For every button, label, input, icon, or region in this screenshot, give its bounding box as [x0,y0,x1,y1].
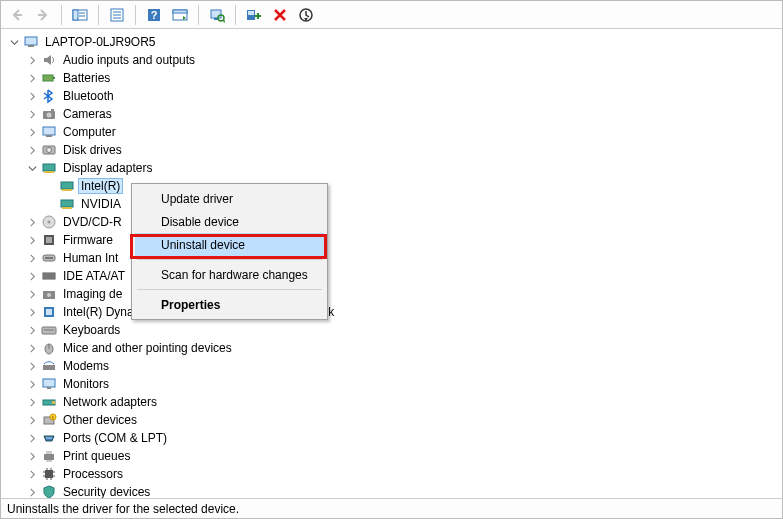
category-label[interactable]: DVD/CD-R [60,214,125,230]
category-label[interactable]: Firmware [60,232,116,248]
menu-update-driver[interactable]: Update driver [135,187,324,210]
chevron-down-icon[interactable] [7,35,21,49]
category-icon [41,214,57,230]
forward-button[interactable] [31,3,55,27]
tree-category[interactable]: Mice and other pointing devices [7,339,782,357]
menu-scan-hardware[interactable]: Scan for hardware changes [135,263,324,286]
category-label[interactable]: Disk drives [60,142,125,158]
chevron-right-icon[interactable] [25,71,39,85]
category-label[interactable]: Monitors [60,376,112,392]
device-tree[interactable]: LAPTOP-0LJR9OR5 Audio inputs and outputs… [1,29,782,498]
tree-category[interactable]: Processors [7,465,782,483]
tree-category[interactable]: Imaging de [7,285,782,303]
category-label[interactable]: Security devices [60,484,153,498]
chevron-right-icon[interactable] [25,467,39,481]
tree-category[interactable]: Audio inputs and outputs [7,51,782,69]
category-label[interactable]: Human Int [60,250,121,266]
tree-category[interactable]: ! Other devices [7,411,782,429]
menu-properties[interactable]: Properties [135,293,324,316]
tree-category[interactable]: Human Int [7,249,782,267]
chevron-right-icon[interactable] [25,215,39,229]
category-icon [41,160,57,176]
chevron-right-icon[interactable] [25,269,39,283]
tree-category[interactable]: Print queues [7,447,782,465]
device-label[interactable]: NVIDIA [78,196,124,212]
chevron-right-icon[interactable] [25,359,39,373]
help-button[interactable]: ? [142,3,166,27]
category-label[interactable]: Cameras [60,106,115,122]
chevron-right-icon[interactable] [25,143,39,157]
category-label[interactable]: Imaging de [60,286,125,302]
tree-category[interactable]: Bluetooth [7,87,782,105]
category-label[interactable]: Computer [60,124,119,140]
category-icon [41,394,57,410]
tree-root[interactable]: LAPTOP-0LJR9OR5 [7,33,782,51]
svg-point-61 [46,437,47,438]
category-label[interactable]: Other devices [60,412,140,428]
tree-category[interactable]: Computer [7,123,782,141]
category-label[interactable]: Print queues [60,448,133,464]
svg-rect-19 [25,37,37,45]
category-label[interactable]: Batteries [60,70,113,86]
add-legacy-button[interactable] [242,3,266,27]
category-label[interactable]: Display adapters [60,160,155,176]
action-button[interactable] [168,3,192,27]
root-label[interactable]: LAPTOP-0LJR9OR5 [42,34,159,50]
category-label[interactable]: Ports (COM & LPT) [60,430,170,446]
chevron-right-icon[interactable] [25,125,39,139]
chevron-down-icon[interactable] [25,161,39,175]
tree-category[interactable]: Security devices [7,483,782,498]
chevron-right-icon[interactable] [25,413,39,427]
category-label[interactable]: Mice and other pointing devices [60,340,235,356]
show-hidden-button[interactable] [68,3,92,27]
category-label[interactable]: Processors [60,466,126,482]
category-label[interactable]: IDE ATA/AT [60,268,128,284]
tree-category[interactable]: Monitors [7,375,782,393]
properties-button[interactable] [105,3,129,27]
tree-category[interactable]: Display adapters [7,159,782,177]
category-label[interactable]: Keyboards [60,322,123,338]
chevron-right-icon[interactable] [25,341,39,355]
category-label[interactable]: Modems [60,358,112,374]
tree-category[interactable]: Ports (COM & LPT) [7,429,782,447]
tree-category[interactable]: Disk drives [7,141,782,159]
svg-rect-25 [51,109,54,111]
menu-disable-device[interactable]: Disable device [135,210,324,233]
chevron-right-icon[interactable] [25,251,39,265]
tree-device[interactable]: Intel(R) [7,177,782,195]
back-button[interactable] [5,3,29,27]
chevron-right-icon[interactable] [25,431,39,445]
tree-category[interactable]: DVD/CD-R [7,213,782,231]
category-icon [41,322,57,338]
chevron-right-icon[interactable] [25,287,39,301]
menu-uninstall-device[interactable]: Uninstall device [135,233,324,256]
svg-point-63 [50,437,51,438]
chevron-right-icon[interactable] [25,233,39,247]
tree-device[interactable]: NVIDIA [7,195,782,213]
chevron-right-icon[interactable] [25,395,39,409]
chevron-right-icon[interactable] [25,305,39,319]
chevron-right-icon[interactable] [25,449,39,463]
tree-category[interactable]: Batteries [7,69,782,87]
category-label[interactable]: Bluetooth [60,88,117,104]
tree-category[interactable]: Network adapters [7,393,782,411]
uninstall-toolbar-button[interactable] [268,3,292,27]
category-label[interactable]: Network adapters [60,394,160,410]
device-label[interactable]: Intel(R) [78,178,123,194]
chevron-right-icon[interactable] [25,107,39,121]
update-driver-button[interactable] [294,3,318,27]
category-icon [41,88,57,104]
tree-category[interactable]: Firmware [7,231,782,249]
tree-category[interactable]: Modems [7,357,782,375]
tree-category[interactable]: IDE ATA/AT [7,267,782,285]
chevron-right-icon[interactable] [25,323,39,337]
chevron-right-icon[interactable] [25,377,39,391]
chevron-right-icon[interactable] [25,89,39,103]
chevron-right-icon[interactable] [25,485,39,498]
tree-category[interactable]: Keyboards [7,321,782,339]
tree-category[interactable]: Cameras [7,105,782,123]
chevron-right-icon[interactable] [25,53,39,67]
category-label[interactable]: Audio inputs and outputs [60,52,198,68]
scan-hardware-button[interactable] [205,3,229,27]
tree-category[interactable]: Intel(R) Dynamic Platform and Thermal Fr… [7,303,782,321]
